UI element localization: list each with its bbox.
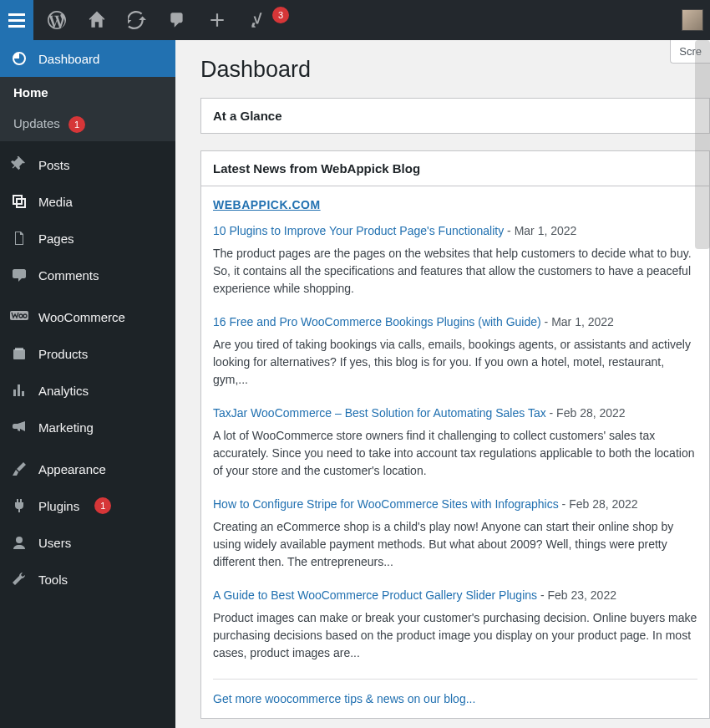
feed-item-excerpt: A lot of WooCommerce store owners find i… — [213, 427, 697, 480]
sidebar-item-posts[interactable]: Posts — [0, 146, 175, 183]
feed-item-date: - Mar 1, 2022 — [504, 224, 576, 237]
sidebar-label: Updates — [13, 116, 60, 130]
sidebar-label: Dashboard — [38, 52, 99, 66]
menu-toggle[interactable] — [0, 0, 33, 40]
plug-icon — [10, 497, 28, 514]
feed-item-link[interactable]: TaxJar WooCommerce – Best Solution for A… — [213, 406, 546, 420]
updates-badge: 1 — [68, 116, 85, 133]
sidebar-item-users[interactable]: Users — [0, 524, 175, 561]
dashboard-icon — [10, 50, 28, 67]
sidebar-label: Products — [38, 347, 88, 361]
news-box: Latest News from WebAppick Blog WEBAPPIC… — [200, 150, 710, 719]
sidebar-label: Marketing — [38, 420, 94, 435]
plugins-badge: 1 — [94, 497, 111, 514]
products-icon — [10, 345, 28, 362]
main-content: Dashboard At a Glance Latest News from W… — [175, 40, 710, 728]
sidebar-label: Tools — [38, 573, 68, 587]
feed-item-excerpt: Creating an eCommerce shop is a child's … — [213, 518, 697, 571]
news-footer: Get more woocommerce tips & news on our … — [213, 679, 697, 706]
sidebar-item-analytics[interactable]: Analytics — [0, 372, 175, 409]
sidebar-item-tools[interactable]: Tools — [0, 561, 175, 598]
admin-bar: 3 — [0, 0, 710, 40]
feed-item-date: - Feb 23, 2022 — [537, 588, 616, 602]
feed-item-date: - Mar 1, 2022 — [541, 315, 614, 328]
more-news-link[interactable]: Get more woocommerce tips & news on our … — [213, 692, 475, 705]
svg-rect-1 — [13, 349, 25, 359]
sidebar-label: Posts — [38, 158, 70, 172]
analytics-icon — [10, 382, 28, 399]
wordpress-logo-icon[interactable] — [37, 0, 77, 40]
admin-sidebar: Dashboard Home Updates 1 Posts Media Pag… — [0, 40, 175, 728]
feed-item: How to Configure Stripe for WooCommerce … — [213, 496, 697, 571]
feed-item-link[interactable]: 16 Free and Pro WooCommerce Bookings Plu… — [213, 315, 541, 328]
news-feed: 10 Plugins to Improve Your Product Page'… — [213, 223, 697, 662]
feed-item-link[interactable]: A Guide to Best WooCommerce Product Gall… — [213, 588, 537, 602]
comments-icon — [10, 267, 28, 283]
sidebar-label: Media — [38, 195, 73, 209]
feed-item-date: - Feb 28, 2022 — [559, 497, 638, 511]
feed-item-link[interactable]: How to Configure Stripe for WooCommerce … — [213, 497, 559, 511]
sidebar-label: Comments — [38, 268, 99, 283]
feed-item-excerpt: Product images can make or break your cu… — [213, 609, 697, 662]
notification-badge[interactable]: 3 — [272, 7, 289, 23]
sidebar-label: Users — [38, 536, 71, 550]
yoast-icon[interactable] — [237, 0, 277, 40]
wrench-icon — [10, 571, 28, 588]
news-box-header: Latest News from WebAppick Blog — [201, 151, 709, 186]
scrollbar[interactable] — [695, 40, 710, 249]
sidebar-label: Analytics — [38, 384, 89, 398]
feed-item: A Guide to Best WooCommerce Product Gall… — [213, 588, 697, 662]
plus-icon[interactable] — [197, 0, 237, 40]
feed-item: 16 Free and Pro WooCommerce Bookings Plu… — [213, 314, 697, 389]
megaphone-icon — [10, 419, 28, 435]
feed-item: 10 Plugins to Improve Your Product Page'… — [213, 223, 697, 298]
feed-item-date: - Feb 28, 2022 — [546, 406, 626, 420]
sidebar-item-comments[interactable]: Comments — [0, 257, 175, 293]
sidebar-item-media[interactable]: Media — [0, 183, 175, 220]
woocommerce-icon — [10, 311, 28, 323]
sidebar-item-pages[interactable]: Pages — [0, 220, 175, 257]
feed-item-excerpt: The product pages are the pages on the w… — [213, 245, 697, 298]
sidebar-label: Pages — [38, 232, 74, 246]
page-title: Dashboard — [200, 57, 710, 83]
avatar[interactable] — [682, 9, 703, 31]
sidebar-subitem-home[interactable]: Home — [0, 77, 175, 108]
at-a-glance-header: At a Glance — [201, 99, 709, 133]
svg-rect-2 — [15, 348, 23, 350]
sidebar-label: Plugins — [38, 499, 79, 513]
at-a-glance-box[interactable]: At a Glance — [200, 98, 710, 134]
sidebar-label: WooCommerce — [38, 310, 125, 324]
comment-icon[interactable] — [157, 0, 197, 40]
home-icon[interactable] — [77, 0, 117, 40]
feed-item-link[interactable]: 10 Plugins to Improve Your Product Page'… — [213, 224, 504, 237]
sidebar-label: Appearance — [38, 462, 106, 476]
feed-item-excerpt: Are you tired of taking bookings via cal… — [213, 336, 697, 389]
pages-icon — [10, 230, 28, 247]
user-icon — [10, 534, 28, 551]
sidebar-subitem-updates[interactable]: Updates 1 — [0, 108, 175, 141]
sidebar-item-woocommerce[interactable]: WooCommerce — [0, 298, 175, 335]
pin-icon — [10, 156, 28, 173]
svg-point-3 — [16, 537, 23, 543]
feed-item: TaxJar WooCommerce – Best Solution for A… — [213, 405, 697, 480]
sidebar-item-plugins[interactable]: Plugins 1 — [0, 487, 175, 524]
sidebar-item-marketing[interactable]: Marketing — [0, 409, 175, 445]
brush-icon — [10, 461, 28, 477]
sidebar-item-dashboard[interactable]: Dashboard — [0, 40, 175, 77]
refresh-icon[interactable] — [117, 0, 157, 40]
sidebar-item-appearance[interactable]: Appearance — [0, 451, 175, 487]
brand-link[interactable]: WEBAPPICK.COM — [213, 198, 697, 211]
sidebar-item-products[interactable]: Products — [0, 335, 175, 372]
media-icon — [10, 193, 28, 210]
